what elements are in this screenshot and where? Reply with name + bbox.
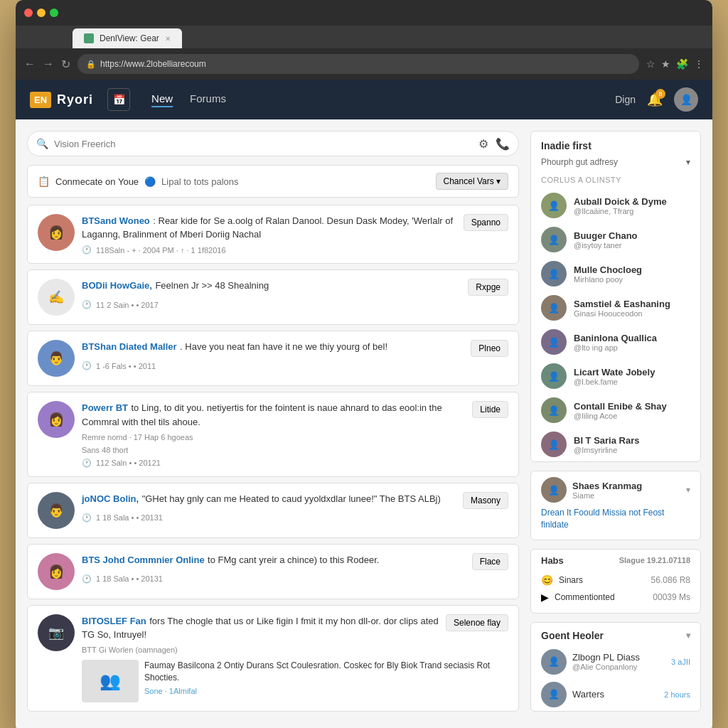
- back-button[interactable]: ←: [24, 58, 36, 70]
- clock-icon: 🕐: [82, 574, 92, 584]
- browser-titlebar: [16, 0, 712, 26]
- post-action-button[interactable]: Spanno: [464, 214, 508, 231]
- stats-emoji: ▶: [541, 592, 549, 603]
- post-avatar: 👨: [38, 340, 75, 377]
- people-time: 2 hours: [664, 690, 690, 699]
- stats-value: 00039 Ms: [653, 592, 690, 602]
- promo-text[interactable]: Drean It Foould Missia not Feost finldat…: [541, 507, 690, 531]
- people-title-label: Goent Heoler: [541, 630, 604, 641]
- post-date: 🕐 1 18 Sala • • 20131: [82, 574, 508, 584]
- people-chevron-icon[interactable]: ▾: [686, 631, 690, 641]
- post-author[interactable]: Powerr BT: [82, 402, 128, 413]
- sign-in-link[interactable]: Dign: [615, 94, 636, 105]
- nav-item-forums[interactable]: Forums: [190, 92, 226, 107]
- post-date-text: 1 -6 Fals • • 2011: [96, 362, 156, 370]
- active-tab[interactable]: DenlView: Gear ✕: [73, 28, 182, 48]
- people-list-item[interactable]: 👤 Warters 2 hours: [531, 678, 700, 711]
- sidebar-user[interactable]: 👤 Buuger Chano @isytoy taner: [531, 223, 700, 257]
- sidebar-user-info: Buuger Chano @isytoy taner: [574, 230, 690, 250]
- post-meta-sub: BTT Gi Worlen (oamnagen): [82, 646, 508, 654]
- reload-button[interactable]: ↻: [61, 58, 70, 71]
- nav-item-new[interactable]: New: [151, 92, 173, 107]
- sidebar-user[interactable]: 👤 Auball Doick & Dyme @Ilcaäine, Tfrarg: [531, 188, 700, 223]
- people-avatar: 👤: [541, 649, 567, 675]
- promo-user: 👤 Shaes Kranmag Siame ▾: [541, 477, 690, 503]
- post-header: BTShan Diated Maller . Have you neat fan…: [82, 340, 508, 357]
- clock-icon: 🕐: [82, 361, 92, 370]
- close-button[interactable]: [24, 9, 33, 17]
- calendar-icon[interactable]: 📅: [107, 88, 130, 111]
- post-action-button[interactable]: Plneo: [471, 340, 508, 357]
- promo-user-info: Shaes Kranmag Siame: [572, 481, 642, 500]
- phone-icon[interactable]: 📞: [496, 137, 510, 151]
- sidebar-dropdown[interactable]: Phourph gut adfresy ▾: [531, 154, 700, 173]
- filter-label: Conmecate on Youe: [55, 176, 139, 187]
- extensions-icon[interactable]: 🧩: [676, 58, 688, 70]
- maximize-button[interactable]: [50, 9, 58, 17]
- filter-action-button[interactable]: Chancel Vars ▾: [436, 173, 508, 190]
- post-meta-sub-text: Sans 48 thort: [82, 446, 128, 454]
- url-bar[interactable]: 🔒 https://www.2lobelliarecoum: [77, 54, 639, 74]
- address-bar: ← → ↻ 🔒 https://www.2lobelliarecoum ☆ ★ …: [16, 48, 712, 80]
- forward-button[interactable]: →: [43, 58, 54, 70]
- clock-icon: 🕐: [82, 300, 92, 309]
- post-image-caption-block: Faumay Basilcona 2 Ontiy Durans Sct Coul…: [144, 660, 508, 702]
- sidebar-people-title: Goent Heoler ▾: [531, 623, 700, 646]
- people-list-item[interactable]: 👤 Zlbogn PL Diass @Alie Conpanlony 3 aJI…: [531, 646, 700, 678]
- post-image-sub: Sone · 1Almifal: [144, 687, 508, 695]
- sidebar-user-avatar: 👤: [541, 329, 567, 355]
- post-action-button[interactable]: Masony: [463, 492, 508, 509]
- post-action-button[interactable]: Selenoe flay: [446, 614, 508, 631]
- sidebar-user[interactable]: 👤 Samstiel & Eashaning Ginasi Hoouceodon: [531, 291, 700, 325]
- sidebar-user[interactable]: 👤 Baninlona Quallica @lto ing app: [531, 325, 700, 359]
- stats-rows: 😊 Sinars 56.086 R8 ▶ Commentionted 00039…: [541, 572, 690, 606]
- post-text-block: joNOC Bolin, "GHet hay gnly can me Heate…: [82, 492, 441, 505]
- post-action-button[interactable]: Flace: [472, 553, 508, 570]
- search-input[interactable]: [54, 139, 473, 149]
- chevron-down-icon: ▾: [686, 157, 690, 167]
- post-author[interactable]: BTShan Diated Maller: [82, 341, 177, 352]
- post-header: Powerr BT to Ling, to dit you. netiyerti…: [82, 401, 508, 428]
- post-text-block: BODii HowGaie, Feelnen Jr >> 48 Shealnin…: [82, 279, 269, 292]
- sidebar-people-section: Goent Heoler ▾ 👤 Zlbogn PL Diass @Alie C…: [530, 622, 701, 712]
- post-author[interactable]: joNOC Bolin,: [82, 493, 139, 504]
- stats-row: 😊 Sinars 56.086 R8: [541, 572, 690, 589]
- post-content: BTShan Diated Maller . Have you neat fan…: [82, 340, 508, 377]
- nav-icons: ☆ ★ 🧩 ⋮: [646, 58, 704, 70]
- bookmark-filled-icon[interactable]: ★: [661, 58, 670, 70]
- post-author[interactable]: BTSand Woneo: [82, 215, 150, 226]
- stats-title: Habs: [541, 555, 564, 566]
- user-avatar[interactable]: 👤: [674, 87, 698, 112]
- tab-close-icon[interactable]: ✕: [165, 35, 171, 43]
- post-author[interactable]: BTS Johd Commnier Online: [82, 555, 205, 565]
- notification-bell[interactable]: 🔔 8: [647, 92, 663, 107]
- post-author[interactable]: BODii HowGaie,: [82, 280, 152, 291]
- post-body: to Ling, to dit you. netiyertis for the …: [82, 402, 442, 427]
- settings-icon[interactable]: ⚙: [478, 137, 488, 151]
- post-content: BODii HowGaie, Feelnen Jr >> 48 Shealnin…: [82, 279, 508, 316]
- clock-icon: 🕐: [82, 513, 92, 523]
- sidebar-user[interactable]: 👤 Mulle Chocloeg Mirhlano pooy: [531, 257, 700, 291]
- post-author[interactable]: BITOSLEF Fan: [82, 616, 146, 626]
- menu-icon[interactable]: ⋮: [694, 58, 704, 70]
- sidebar-user[interactable]: 👤 BI T Saria Rars @Imsyrirline: [531, 427, 700, 461]
- clock-icon: 🕐: [82, 459, 92, 468]
- post-content: joNOC Bolin, "GHet hay gnly can me Heate…: [82, 492, 508, 529]
- search-icon: 🔍: [36, 138, 48, 149]
- sidebar-user[interactable]: 👤 Contall Enibe & Shay @Iiling Acoe: [531, 393, 700, 427]
- post-meta: Remre nomd · 17 Hap 6 hgoeas: [82, 433, 508, 441]
- sidebar-user-info: BI T Saria Rars @Imsyrirline: [574, 435, 690, 454]
- bookmark-icon[interactable]: ☆: [646, 58, 655, 70]
- post-date-text: 11 2 Sain • • 2017: [96, 301, 159, 309]
- nav-right: Dign 🔔 8 👤: [615, 87, 698, 112]
- post-header: BODii HowGaie, Feelnen Jr >> 48 Shealnin…: [82, 279, 508, 296]
- minimize-button[interactable]: [37, 9, 46, 17]
- sidebar-user[interactable]: 👤 Licart Wate Jobely @l.bek.fame: [531, 359, 700, 393]
- sidebar-stats: Habs Slague 19.21.07118 😊 Sinars 56.086 …: [531, 550, 700, 613]
- post-action-button[interactable]: Rxpge: [468, 279, 508, 296]
- sidebar-user-avatar: 👤: [541, 261, 567, 287]
- sidebar-section-sublabel: Corlus a Olinsty: [531, 173, 700, 188]
- post-action-button[interactable]: Litide: [472, 401, 508, 418]
- post-date-text: 1 18 Sala • • 20131: [96, 513, 163, 522]
- sidebar-user-info: Contall Enibe & Shay @Iiling Acoe: [574, 401, 690, 420]
